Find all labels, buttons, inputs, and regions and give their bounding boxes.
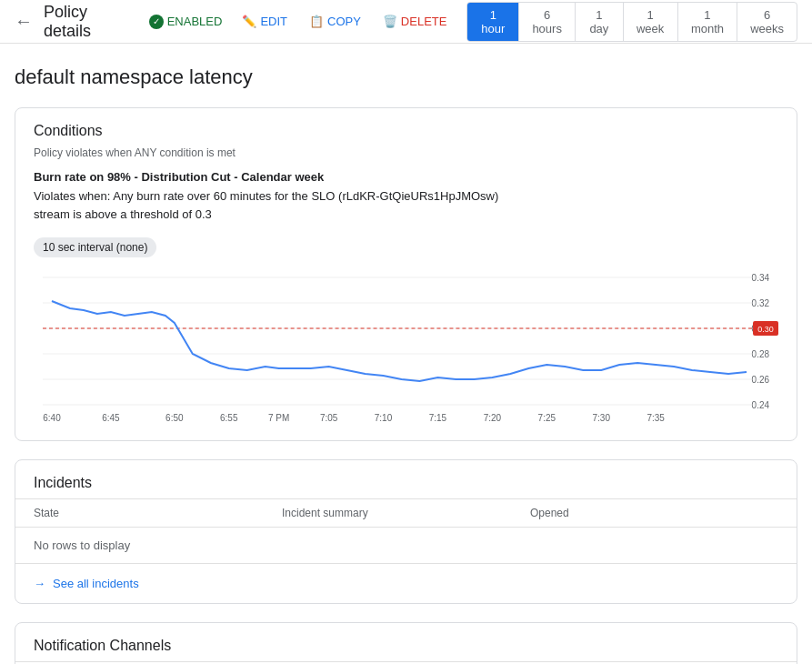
status-label: ENABLED <box>167 15 223 28</box>
svg-text:7:20: 7:20 <box>484 413 502 423</box>
copy-icon: 📋 <box>309 15 324 28</box>
condition-name: Burn rate on 98% - Distribution Cut - Ca… <box>15 170 797 187</box>
copy-button[interactable]: 📋 COPY <box>300 9 370 34</box>
svg-text:6:50: 6:50 <box>165 413 184 423</box>
col-opened: Opened <box>530 507 778 519</box>
notification-channels-card: Notification Channels Channel type Chann… <box>15 622 797 664</box>
svg-text:7:10: 7:10 <box>375 413 393 423</box>
time-btn-6weeks[interactable]: 6 weeks <box>737 3 797 41</box>
nc-title: Notification Channels <box>15 623 797 661</box>
svg-text:0.24: 0.24 <box>752 400 770 410</box>
svg-text:7:25: 7:25 <box>538 413 556 423</box>
incidents-title: Incidents <box>15 460 797 498</box>
metric-chart: 0.34 0.32 0.30 0.28 0.26 0.24 0.30 <box>34 268 778 423</box>
time-btn-1day[interactable]: 1 day <box>576 3 623 41</box>
incidents-table-header: State Incident summary Opened <box>15 498 797 527</box>
policy-name: default namespace latency <box>15 65 797 89</box>
delete-button[interactable]: 🗑️ DELETE <box>374 9 456 34</box>
svg-text:7:30: 7:30 <box>593 413 611 423</box>
page-title-header: Policy details <box>44 3 131 41</box>
edit-button[interactable]: ✏️ EDIT <box>233 9 296 34</box>
see-all-incidents[interactable]: → See all incidents <box>15 563 797 603</box>
time-range-group: 1 hour 6 hours 1 day 1 week 1 month 6 we… <box>466 2 797 42</box>
back-button[interactable]: ← <box>15 11 33 32</box>
svg-text:7 PM: 7 PM <box>268 413 289 423</box>
see-all-label[interactable]: See all incidents <box>53 577 139 590</box>
time-btn-1week[interactable]: 1 week <box>624 3 678 41</box>
svg-text:0.34: 0.34 <box>752 273 770 283</box>
svg-text:0.32: 0.32 <box>752 298 770 308</box>
incidents-card: Incidents State Incident summary Opened … <box>15 459 797 604</box>
edit-label: EDIT <box>260 15 287 28</box>
conditions-card: Conditions Policy violates when ANY cond… <box>15 107 797 441</box>
condition-description: Violates when: Any burn rate over 60 min… <box>15 187 797 237</box>
svg-text:6:55: 6:55 <box>220 413 238 423</box>
header-actions: ✏️ EDIT 📋 COPY 🗑️ DELETE <box>233 9 456 34</box>
main-content: default namespace latency Conditions Pol… <box>0 44 812 664</box>
svg-text:7:35: 7:35 <box>647 413 665 423</box>
col-state: State <box>34 507 282 519</box>
svg-text:0.30: 0.30 <box>757 325 773 334</box>
conditions-title: Conditions <box>15 108 797 146</box>
status-badge: ENABLED <box>149 15 223 29</box>
svg-text:6:40: 6:40 <box>43 413 61 423</box>
edit-icon: ✏️ <box>242 15 256 28</box>
col-summary: Incident summary <box>282 507 530 519</box>
copy-label: COPY <box>327 15 361 28</box>
time-btn-1month[interactable]: 1 month <box>678 3 737 41</box>
svg-text:7:15: 7:15 <box>429 413 447 423</box>
time-btn-6hours[interactable]: 6 hours <box>519 3 576 41</box>
header: ← Policy details ENABLED ✏️ EDIT 📋 COPY … <box>0 0 812 44</box>
delete-label: DELETE <box>401 15 447 28</box>
chart-container: 0.34 0.32 0.30 0.28 0.26 0.24 0.30 <box>15 268 797 440</box>
svg-text:6:45: 6:45 <box>102 413 120 423</box>
svg-text:0.26: 0.26 <box>752 375 770 385</box>
arrow-right-icon: → <box>34 577 45 590</box>
conditions-subtitle: Policy violates when ANY condition is me… <box>15 146 797 170</box>
incidents-empty: No rows to display <box>15 527 797 563</box>
svg-text:0.28: 0.28 <box>752 349 770 359</box>
svg-text:7:05: 7:05 <box>320 413 338 423</box>
interval-badge: 10 sec interval (none) <box>34 237 156 257</box>
delete-icon: 🗑️ <box>383 15 397 28</box>
time-btn-1hour[interactable]: 1 hour <box>467 3 519 41</box>
status-dot <box>149 15 164 29</box>
